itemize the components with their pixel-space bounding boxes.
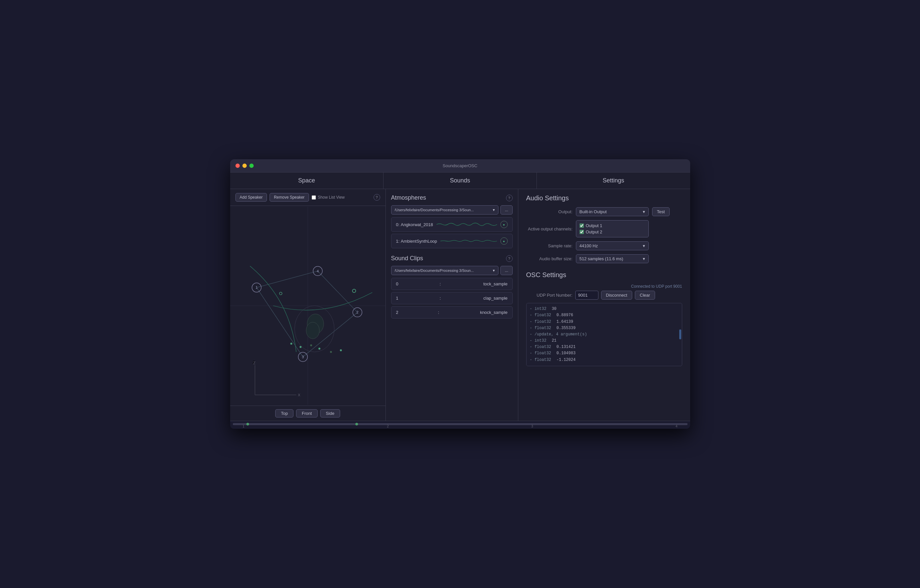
osc-log: - int32 30 - float32 0.88976 - float32 1…	[526, 303, 682, 366]
clips-folder-dropdown[interactable]: /Users/felixfaire/Documents/Processing 3…	[391, 266, 499, 275]
log-line-2: - float32 1.64139	[530, 319, 679, 325]
channel-output2: Output 2	[580, 229, 645, 235]
app-window: SoundscaperOSC Space Sounds Settings Add…	[230, 159, 690, 429]
buffer-dropdown[interactable]: 512 samples (11.6 ms) ▾	[576, 254, 649, 263]
svg-point-19	[318, 348, 320, 350]
svg-point-8	[279, 292, 282, 295]
log-line-5: - int32 21	[530, 338, 679, 344]
port-label: UDP Port Number:	[526, 293, 573, 298]
output2-checkbox[interactable]	[580, 230, 584, 234]
svg-text:Z: Z	[253, 361, 255, 365]
title-bar: SoundscaperOSC	[230, 159, 690, 172]
svg-point-11	[352, 289, 356, 293]
sample-rate-label: Sample rate:	[526, 243, 573, 248]
window-title: SoundscaperOSC	[443, 163, 478, 168]
clips-folder-row: /Users/felixfaire/Documents/Processing 3…	[391, 266, 513, 275]
maximize-button[interactable]	[249, 164, 254, 168]
bottom-bar: 1 2 3 4	[230, 421, 690, 429]
sounds-header: Sounds	[384, 172, 537, 189]
channel-output1: Output 1	[580, 222, 645, 229]
clip-item-1[interactable]: 1: clap_sample	[391, 292, 513, 304]
sample-rate-row: Sample rate: 44100 Hz ▾	[526, 241, 682, 250]
output-dropdown[interactable]: Built-in Output ▾	[576, 207, 649, 216]
settings-panel: Audio Settings Output: Built-in Output ▾…	[518, 189, 690, 421]
log-line-0: - int32 30	[530, 306, 679, 312]
svg-text:X: X	[298, 393, 300, 397]
buffer-row: Audio buffer size: 512 samples (11.6 ms)…	[526, 254, 682, 263]
clips-help[interactable]: ?	[506, 255, 513, 262]
output-label: Output:	[526, 209, 573, 214]
atmosphere-play-1[interactable]: ●	[500, 237, 508, 245]
svg-point-5	[306, 322, 319, 339]
channels-row: Active output channels: Output 1 Output …	[526, 220, 682, 237]
close-button[interactable]	[235, 164, 240, 168]
port-input[interactable]	[575, 291, 598, 300]
test-button[interactable]: Test	[652, 207, 670, 216]
atmospheres-browse-button[interactable]: ...	[500, 205, 512, 215]
audio-settings: Audio Settings Output: Built-in Output ▾…	[526, 194, 682, 263]
progress-handle-2[interactable]	[355, 423, 358, 426]
waveform-0	[436, 221, 497, 228]
osc-status: Connected to UDP port 9001	[526, 284, 682, 289]
clip-item-2[interactable]: 2: knock_sample	[391, 306, 513, 319]
log-line-3: - float32 0.355339	[530, 325, 679, 331]
progress-handle-1[interactable]	[246, 423, 249, 426]
atmospheres-section: Atmospheres ? /Users/felixfaire/Document…	[391, 194, 513, 248]
svg-marker-2	[256, 271, 357, 357]
atmospheres-title: Atmospheres ?	[391, 194, 513, 201]
atmosphere-item-0[interactable]: 0: Angkorwat_2018 ●	[391, 217, 513, 232]
progress-fill	[233, 423, 687, 425]
atmospheres-help[interactable]: ?	[506, 195, 513, 201]
space-toolbar: Add Speaker Remove Speaker Show List Vie…	[230, 189, 385, 206]
svg-point-17	[300, 346, 301, 348]
content-area: Add Speaker Remove Speaker Show List Vie…	[230, 189, 690, 421]
settings-header: Settings	[537, 172, 690, 189]
log-line-8: - float32 -1.12024	[530, 357, 679, 363]
output1-checkbox[interactable]	[580, 224, 584, 228]
atmosphere-item-1[interactable]: 1: AmbientSynthLoop ●	[391, 234, 513, 248]
svg-point-16	[290, 343, 292, 345]
space-panel: Add Speaker Remove Speaker Show List Vie…	[230, 189, 386, 421]
top-view-button[interactable]: Top	[275, 409, 293, 418]
space-svg: 1 2 3 4	[230, 206, 385, 406]
buffer-label: Audio buffer size:	[526, 256, 573, 261]
log-line-1: - float32 0.88976	[530, 312, 679, 319]
add-speaker-button[interactable]: Add Speaker	[235, 193, 267, 202]
svg-point-21	[340, 349, 342, 351]
disconnect-button[interactable]: Disconnect	[601, 291, 632, 300]
channels-box: Output 1 Output 2	[576, 220, 649, 237]
clips-section: Sound Clips ? /Users/felixfaire/Document…	[391, 255, 513, 319]
traffic-lights	[235, 164, 254, 168]
dropdown-chevron-icon: ▾	[643, 243, 645, 248]
sample-rate-dropdown[interactable]: 44100 Hz ▾	[576, 241, 649, 250]
show-list-view-label[interactable]: Show List View	[312, 195, 345, 200]
osc-scroll-indicator[interactable]	[679, 329, 681, 339]
svg-text:3: 3	[302, 355, 304, 359]
progress-area: 1 2 3 4	[233, 423, 687, 426]
osc-port-row: UDP Port Number: Disconnect Clear	[526, 291, 682, 300]
atmospheres-folder-dropdown[interactable]: /Users/felixfaire/Documents/Processing 3…	[391, 205, 499, 215]
clips-browse-button[interactable]: ...	[500, 266, 512, 275]
front-view-button[interactable]: Front	[296, 409, 317, 418]
svg-point-18	[310, 344, 312, 346]
section-headers: Space Sounds Settings	[230, 172, 690, 189]
view-buttons: Top Front Side	[230, 406, 385, 421]
dropdown-chevron-icon: ▾	[643, 256, 645, 261]
progress-track[interactable]	[233, 423, 687, 425]
minimize-button[interactable]	[243, 164, 247, 168]
space-header: Space	[230, 172, 384, 189]
side-view-button[interactable]: Side	[320, 409, 340, 418]
atmosphere-play-0[interactable]: ●	[500, 221, 508, 228]
help-button[interactable]: ?	[374, 194, 380, 201]
clip-item-0[interactable]: 0: tock_sample	[391, 278, 513, 290]
dropdown-chevron-icon: ▾	[643, 209, 645, 214]
dropdown-arrow-icon: ▾	[493, 207, 495, 212]
clear-button[interactable]: Clear	[635, 291, 655, 300]
show-list-view-checkbox[interactable]	[312, 195, 316, 200]
sounds-panel: Atmospheres ? /Users/felixfaire/Document…	[386, 189, 518, 421]
svg-text:1: 1	[255, 286, 258, 290]
remove-speaker-button[interactable]: Remove Speaker	[270, 193, 309, 202]
space-canvas: 1 2 3 4	[230, 206, 385, 406]
svg-text:2: 2	[356, 310, 358, 314]
log-line-4: - /update, 4 argument(s)	[530, 331, 679, 338]
